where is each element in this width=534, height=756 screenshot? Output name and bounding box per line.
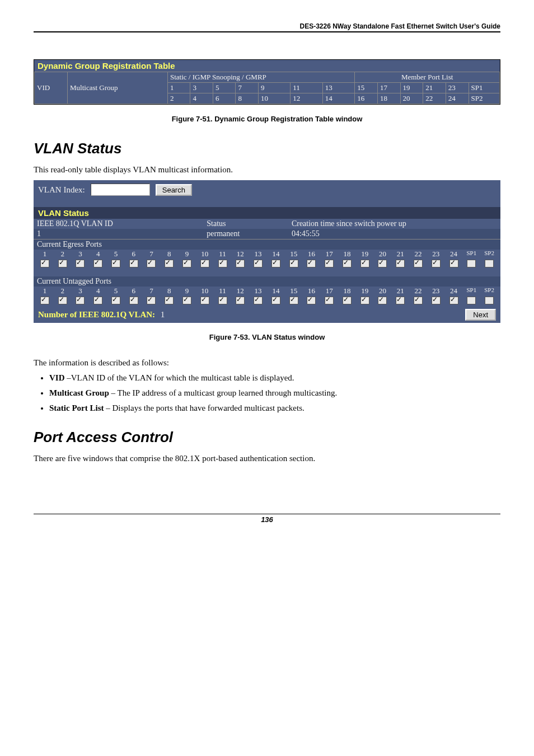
port-checkbox[interactable] (236, 297, 245, 304)
port-checkbox[interactable] (325, 260, 334, 267)
vlan-val-c: 04:45:55 (288, 229, 500, 239)
port-checkbox[interactable] (129, 297, 138, 304)
port-checkbox[interactable] (271, 297, 280, 304)
port-checkbox[interactable] (485, 297, 494, 304)
vlan-index-label: VLAN Index: (38, 185, 85, 195)
vlan-status-intro: This read-only table displays VLAN multi… (34, 165, 500, 175)
port-checkbox[interactable] (307, 260, 316, 267)
port-checkbox[interactable] (200, 297, 209, 304)
port-checkbox[interactable] (467, 297, 476, 304)
page-number: 136 (34, 514, 500, 524)
port-checkbox[interactable] (76, 297, 85, 304)
port-checkbox[interactable] (289, 260, 298, 267)
dgrt-col-mg: Multicast Group (68, 72, 168, 104)
figure-caption-2: Figure 7-53. VLAN Status window (34, 333, 500, 341)
port-checkbox[interactable] (396, 260, 405, 267)
port-checkbox[interactable] (360, 297, 369, 304)
search-button[interactable]: Search (156, 184, 192, 196)
vlan-index-input[interactable] (91, 184, 150, 196)
next-button[interactable]: Next (465, 309, 496, 321)
vlan-col-a: IEEE 802.1Q VLAN ID (34, 219, 203, 229)
port-checkbox[interactable] (40, 260, 49, 267)
dgrt-panel: Dynamic Group Registration Table VID Mul… (34, 59, 500, 105)
dgrt-title: Dynamic Group Registration Table (34, 60, 500, 72)
port-checkbox[interactable] (254, 297, 263, 304)
port-checkbox[interactable] (182, 260, 191, 267)
port-checkbox[interactable] (93, 297, 102, 304)
port-checkbox[interactable] (343, 260, 352, 267)
port-checkbox[interactable] (414, 297, 423, 304)
port-checkbox[interactable] (147, 297, 156, 304)
port-checkbox[interactable] (111, 260, 120, 267)
port-checkbox[interactable] (449, 260, 458, 267)
port-checkbox[interactable] (432, 260, 441, 267)
port-checkbox[interactable] (414, 260, 423, 267)
port-checkbox[interactable] (378, 297, 387, 304)
port-checkbox[interactable] (218, 260, 227, 267)
port-checkbox[interactable] (111, 297, 120, 304)
vlan-count-value: 1 (161, 310, 165, 319)
dgrt-col-sigs: Static / IGMP Snooping / GMRP (168, 72, 355, 83)
port-checkbox[interactable] (378, 260, 387, 267)
info-list: VID –VLAN ID of the VLAN for which the m… (49, 373, 500, 413)
egress-checkbox-row (34, 259, 500, 270)
vlan-status-heading: VLAN Status (34, 140, 500, 157)
list-item: Static Port List – Displays the ports th… (49, 403, 500, 413)
vlan-count-label: Number of IEEE 802.1Q VLAN: (38, 310, 155, 319)
port-checkbox[interactable] (485, 260, 494, 267)
list-item: Multicast Group – The IP address of a mu… (49, 388, 500, 398)
dgrt-col-vid: VID (35, 72, 68, 104)
vlan-status-panel: VLAN Status IEEE 802.1Q VLAN ID Status C… (34, 207, 500, 323)
untagged-header-row: 123456789101112131415161718192021222324S… (34, 287, 500, 295)
port-checkbox[interactable] (449, 297, 458, 304)
port-checkbox[interactable] (271, 260, 280, 267)
port-checkbox[interactable] (129, 260, 138, 267)
port-checkbox[interactable] (93, 260, 102, 267)
port-checkbox[interactable] (467, 260, 476, 267)
port-checkbox[interactable] (58, 260, 67, 267)
port-checkbox[interactable] (343, 297, 352, 304)
port-checkbox[interactable] (432, 297, 441, 304)
vlan-count-row: Number of IEEE 802.1Q VLAN: 1 Next (34, 307, 500, 323)
vlan-col-b: Status (203, 219, 288, 229)
figure-caption-1: Figure 7-51. Dynamic Group Registration … (34, 115, 500, 123)
port-checkbox[interactable] (254, 260, 263, 267)
egress-title: Current Egress Ports (34, 240, 500, 250)
port-checkbox[interactable] (396, 297, 405, 304)
dgrt-col-mpl: Member Port List (355, 72, 500, 83)
port-access-control-intro: There are five windows that comprise the… (34, 454, 500, 463)
port-checkbox[interactable] (147, 260, 156, 267)
list-item: VID –VLAN ID of the VLAN for which the m… (49, 373, 500, 383)
egress-header-row: 123456789101112131415161718192021222324S… (34, 250, 500, 259)
port-checkbox[interactable] (165, 260, 174, 267)
port-checkbox[interactable] (289, 297, 298, 304)
port-checkbox[interactable] (76, 260, 85, 267)
info-lead: The information is described as follows: (34, 358, 500, 368)
port-checkbox[interactable] (218, 297, 227, 304)
untagged-title: Current Untagged Ports (34, 276, 500, 287)
port-checkbox[interactable] (236, 260, 245, 267)
port-checkbox[interactable] (58, 297, 67, 304)
port-checkbox[interactable] (182, 297, 191, 304)
port-checkbox[interactable] (325, 297, 334, 304)
port-checkbox[interactable] (307, 297, 316, 304)
port-access-control-heading: Port Access Control (34, 429, 500, 446)
port-checkbox[interactable] (40, 297, 49, 304)
vlan-val-b: permanent (203, 229, 288, 239)
port-checkbox[interactable] (360, 260, 369, 267)
vlan-col-c: Creation time since switch power up (288, 219, 500, 229)
vlan-status-panel-title: VLAN Status (34, 207, 500, 219)
untagged-checkbox-row (34, 295, 500, 307)
dgrt-table: VID Multicast Group Static / IGMP Snoopi… (34, 72, 500, 104)
port-checkbox[interactable] (200, 260, 209, 267)
port-checkbox[interactable] (165, 297, 174, 304)
doc-header: DES-3226 NWay Standalone Fast Ethernet S… (34, 22, 500, 32)
vlan-val-a: 1 (34, 229, 203, 239)
vlan-index-bar: VLAN Index: Search (34, 180, 500, 199)
